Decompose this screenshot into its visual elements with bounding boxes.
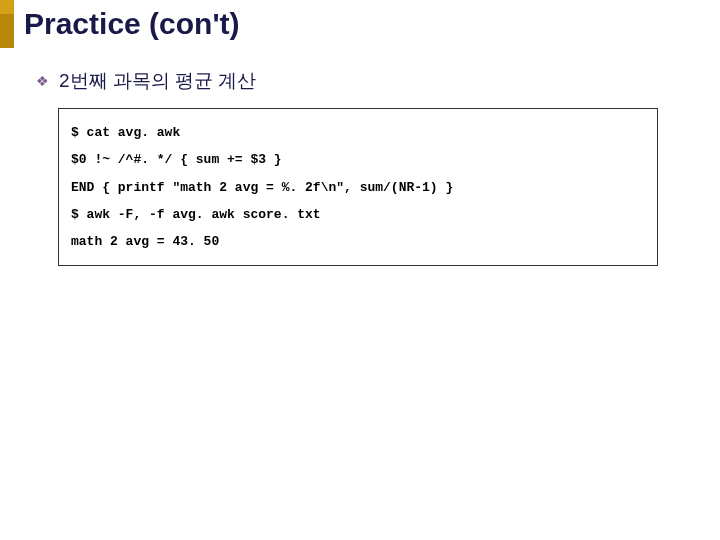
- code-line-3: END { printf "math 2 avg = %. 2f\n", sum…: [71, 174, 645, 201]
- title-bar: Practice (con't): [0, 0, 720, 48]
- code-line-1: $ cat avg. awk: [71, 119, 645, 146]
- diamond-bullet-icon: ❖: [36, 74, 49, 88]
- content-area: ❖ 2번째 과목의 평균 계산 $ cat avg. awk $0 !~ /^#…: [0, 48, 720, 286]
- code-line-4: $ awk -F, -f avg. awk score. txt: [71, 201, 645, 228]
- subtitle-text: 2번째 과목의 평균 계산: [59, 68, 256, 94]
- code-line-2: $0 !~ /^#. */ { sum += $3 }: [71, 146, 645, 173]
- code-block: $ cat avg. awk $0 !~ /^#. */ { sum += $3…: [58, 108, 658, 266]
- subtitle-row: ❖ 2번째 과목의 평균 계산: [36, 68, 680, 94]
- slide-title: Practice (con't): [14, 0, 240, 48]
- title-accent: [0, 0, 14, 48]
- code-line-5: math 2 avg = 43. 50: [71, 228, 645, 255]
